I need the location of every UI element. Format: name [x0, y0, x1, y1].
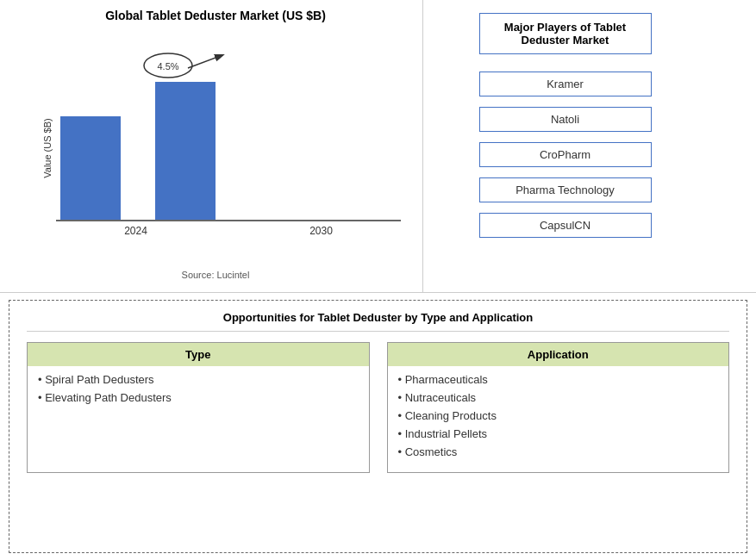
player-natoli: Natoli — [479, 107, 652, 132]
players-title: Major Players of TabletDeduster Market — [479, 13, 652, 54]
source-text: Source: Lucintel — [182, 270, 250, 283]
top-section: Global Tablet Deduster Market (US $B) Va… — [0, 0, 756, 293]
player-capsulcn: CapsulCN — [479, 213, 652, 238]
arrow-svg: 4.5% — [86, 47, 259, 115]
chart-container: Value (US $B) 4.5% — [17, 29, 414, 266]
application-header: Application — [388, 343, 729, 366]
annotation-area: 4.5% — [86, 47, 259, 115]
app-item-3: • Cleaning Products — [398, 409, 719, 422]
players-area: Major Players of TabletDeduster Market K… — [422, 0, 707, 292]
svg-text:4.5%: 4.5% — [157, 61, 178, 72]
type-header: Type — [28, 343, 369, 366]
type-items: • Spiral Path Dedusters • Elevating Path… — [28, 373, 369, 404]
type-item-1: • Spiral Path Dedusters — [38, 373, 359, 386]
opportunities-title: Opportunities for Tablet Deduster by Typ… — [27, 311, 729, 332]
app-item-1: • Pharmaceuticals — [398, 373, 719, 386]
x-axis: 2024 2030 — [43, 221, 414, 240]
svg-point-0 — [144, 53, 192, 78]
chart-title: Global Tablet Deduster Market (US $B) — [105, 9, 326, 22]
app-item-4: • Industrial Pellets — [398, 427, 719, 440]
player-pharma-technology: Pharma Technology — [479, 177, 652, 202]
player-kramer: Kramer — [479, 72, 652, 96]
bottom-columns: Type • Spiral Path Dedusters • Elevating… — [27, 342, 729, 473]
bottom-section: Opportunities for Tablet Deduster by Typ… — [9, 300, 747, 553]
app-item-2: • Nutraceuticals — [398, 391, 719, 404]
bar-2024 — [60, 116, 121, 220]
x-label-2030: 2030 — [291, 225, 352, 237]
player-cropharm: CroPharm — [479, 142, 652, 167]
page-wrapper: Global Tablet Deduster Market (US $B) Va… — [0, 0, 756, 560]
application-items: • Pharmaceuticals • Nutraceuticals • Cle… — [388, 373, 729, 458]
type-column: Type • Spiral Path Dedusters • Elevating… — [27, 342, 370, 473]
bar-group-2024 — [60, 116, 121, 220]
application-column: Application • Pharmaceuticals • Nutraceu… — [387, 342, 730, 473]
svg-line-2 — [188, 55, 222, 68]
bars-row: 4.5% — [43, 29, 414, 220]
chart-area: Global Tablet Deduster Market (US $B) Va… — [0, 0, 422, 292]
type-item-2: • Elevating Path Dedusters — [38, 391, 359, 404]
bars-and-axis: 4.5% — [43, 29, 414, 240]
x-label-2024: 2024 — [106, 225, 166, 237]
app-item-5: • Cosmetics — [398, 445, 719, 458]
